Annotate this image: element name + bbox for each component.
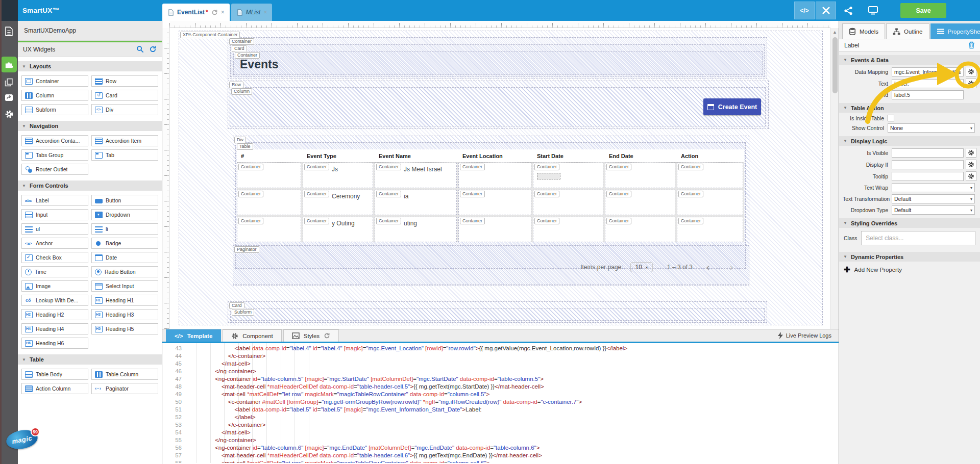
items-per-page-select[interactable]: 10 ▾ — [630, 262, 653, 272]
widget-item-heading-h4[interactable]: Heading H4 — [21, 323, 88, 334]
tooltip-expression-button[interactable] — [966, 171, 976, 181]
container-badge[interactable]: Container — [238, 191, 263, 197]
sidebar-nav-export[interactable] — [4, 92, 14, 103]
container-badge[interactable]: Container — [678, 218, 703, 224]
widget-section-table[interactable]: ▼Table — [18, 354, 162, 365]
card-block[interactable]: Card Container Events — [230, 44, 765, 77]
code-view-button[interactable]: </> — [794, 2, 815, 19]
row-block[interactable]: Row Column Create Event — [228, 81, 769, 129]
widget-item-anchor[interactable]: Anchor — [21, 238, 88, 249]
code-line[interactable]: 57 <mat-header-cell *matHeaderCellDef da… — [162, 452, 839, 459]
widget-item-dropdown[interactable]: Dropdown — [91, 209, 158, 220]
container-badge[interactable]: Container — [238, 218, 263, 224]
table-cell[interactable]: Container — [533, 163, 603, 188]
code-line[interactable]: 54 </mat-cell> — [162, 429, 839, 436]
table-header-cell[interactable]: Event Name — [375, 149, 457, 162]
add-new-property-button[interactable]: ✚ Add New Property — [839, 262, 980, 278]
code-line[interactable]: 50 <c-container #matCell [formGroup]="mg… — [162, 398, 839, 406]
widget-item-heading-h1[interactable]: Heading H1 — [91, 295, 158, 306]
widget-item-action-column[interactable]: Action Column — [21, 383, 88, 394]
table-cell[interactable]: Container — [237, 163, 301, 188]
is-visible-input[interactable] — [892, 148, 964, 158]
table-cell[interactable]: Container — [237, 217, 301, 242]
tab-eventlist[interactable]: EventList* × — [162, 4, 230, 21]
container-badge[interactable]: Container — [460, 191, 485, 197]
code-line[interactable]: 53 </c-container> — [162, 421, 839, 429]
next-page-icon[interactable]: › — [723, 261, 740, 273]
section-table-action[interactable]: ▼Table Action — [839, 103, 980, 113]
display-if-input[interactable] — [892, 160, 964, 169]
tooltip-input[interactable] — [892, 172, 964, 181]
section-styling-overrides[interactable]: ▼Styling Overrides — [839, 218, 980, 228]
widget-item-container[interactable]: Container — [21, 75, 88, 87]
refresh-icon[interactable] — [149, 45, 157, 53]
text-transformation-select[interactable]: Default ▾ — [892, 194, 975, 203]
container-badge[interactable]: Container — [376, 164, 401, 170]
save-button[interactable]: Save — [900, 3, 946, 18]
row-badge[interactable]: Row — [229, 82, 243, 88]
widget-item-column[interactable]: Column — [21, 90, 88, 101]
sidebar-nav-pages[interactable] — [4, 77, 14, 88]
tab-models[interactable]: Models — [842, 23, 885, 39]
text-wrap-select[interactable]: ▾ — [892, 183, 975, 192]
card-badge[interactable]: Card — [229, 302, 244, 309]
table-header-cell[interactable]: Action — [677, 149, 743, 162]
container-badge[interactable]: Container — [304, 191, 329, 197]
table-cell[interactable]: Container — [237, 190, 301, 215]
close-tab-icon[interactable]: × — [263, 9, 267, 16]
widget-item-card[interactable]: Card — [91, 90, 158, 101]
widget-item-li[interactable]: li — [91, 223, 158, 235]
column-badge[interactable]: Column — [231, 88, 252, 95]
widget-item-tabs-group[interactable]: Tabs Group — [21, 149, 88, 161]
scrollbar-thumb[interactable] — [832, 37, 838, 93]
show-control-select[interactable]: None ▾ — [888, 123, 975, 133]
selected-label-control[interactable] — [537, 173, 560, 179]
table-cell[interactable]: Container — [677, 217, 743, 242]
widget-item-table-column[interactable]: Table Column — [91, 369, 158, 380]
widget-item-router-outlet[interactable]: Router Outlet — [21, 164, 88, 175]
close-tab-icon[interactable]: × — [221, 9, 225, 16]
table-header-cell[interactable]: Start Date — [533, 149, 603, 162]
events-heading[interactable]: Events — [240, 58, 278, 71]
data-mapping-picker-button[interactable] — [966, 67, 976, 76]
canvas-scrollbar[interactable]: ▲ — [830, 28, 839, 329]
sidebar-nav-documents[interactable] — [4, 26, 14, 37]
container-badge[interactable]: Container — [678, 191, 703, 197]
widget-item-heading-h5[interactable]: Heading H5 — [91, 323, 158, 334]
refresh-icon[interactable] — [211, 9, 218, 16]
container-badge[interactable]: Container — [534, 218, 559, 224]
code-line[interactable]: 46 </ng-container> — [162, 368, 839, 375]
subform-badge[interactable]: Subform — [232, 309, 254, 316]
widget-item-image[interactable]: Image — [21, 280, 88, 292]
create-event-button[interactable]: Create Event — [703, 98, 761, 115]
widget-item-subform[interactable]: Subform — [21, 104, 88, 115]
widget-item-accordion-conta[interactable]: Accordion Conta... — [21, 135, 88, 146]
is-inside-table-checkbox[interactable] — [888, 115, 894, 121]
table-cell[interactable]: Container — [677, 190, 743, 215]
widget-item-heading-h2[interactable]: Heading H2 — [21, 309, 88, 320]
table-cell[interactable]: ContainerCeremony — [303, 190, 373, 215]
code-line[interactable]: 55 </ng-container> — [162, 436, 839, 444]
code-line[interactable]: 52 </label> — [162, 414, 839, 421]
tab-outline[interactable]: Outline — [886, 23, 929, 39]
table-badge[interactable]: Table — [237, 143, 253, 150]
container-badge[interactable]: Container — [376, 191, 401, 197]
widget-item-badge[interactable]: Badge — [91, 238, 158, 249]
table-header-cell[interactable]: Event Type — [303, 149, 373, 162]
code-line[interactable]: 44 </c-container> — [162, 352, 839, 360]
container-badge[interactable]: Container — [606, 191, 631, 197]
container-badge[interactable]: Container — [238, 164, 263, 170]
widget-item-check-box[interactable]: Check Box — [21, 252, 88, 263]
sidebar-nav-copy[interactable] — [4, 58, 14, 68]
widget-item-accordion-item[interactable]: Accordion Item — [91, 135, 158, 146]
widget-section-layouts[interactable]: ▼Layouts — [18, 61, 162, 71]
container-block[interactable]: Container Card Container Events — [228, 37, 767, 79]
subform-block[interactable]: Subform — [230, 308, 765, 321]
code-line[interactable]: 49 <mat-cell *matCellDef="let row" magic… — [162, 391, 839, 398]
share-button[interactable] — [836, 2, 861, 19]
search-icon[interactable] — [136, 45, 144, 53]
code-editor-content[interactable]: 43 <label data-comp-id="label.4" id="lab… — [162, 343, 839, 463]
widget-section-navigation[interactable]: ▼Navigation — [18, 121, 162, 131]
previous-page-icon[interactable]: ‹ — [700, 261, 716, 273]
card-badge[interactable]: Card — [232, 45, 247, 52]
